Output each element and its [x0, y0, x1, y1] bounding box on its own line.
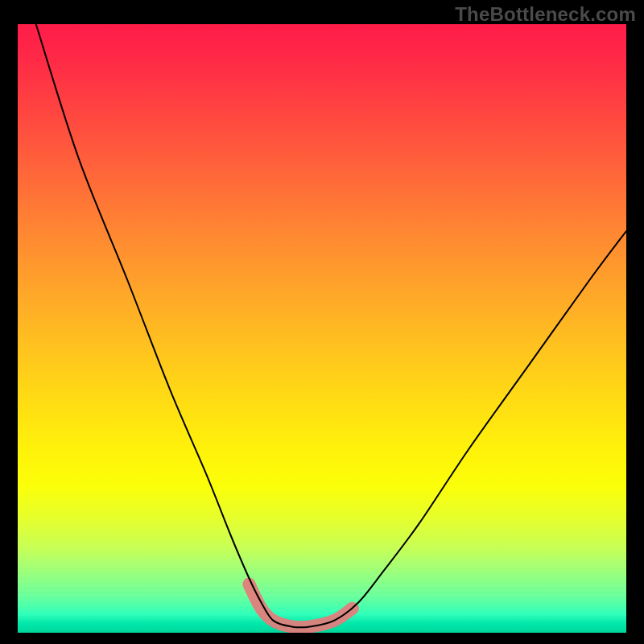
curve-line: [36, 24, 626, 627]
watermark-text: TheBottleneck.com: [455, 3, 636, 26]
curve-bottom-accent: [249, 584, 353, 628]
plot-area: [18, 24, 626, 633]
curve-layer: [18, 24, 626, 633]
chart-stage: TheBottleneck.com: [0, 0, 644, 644]
